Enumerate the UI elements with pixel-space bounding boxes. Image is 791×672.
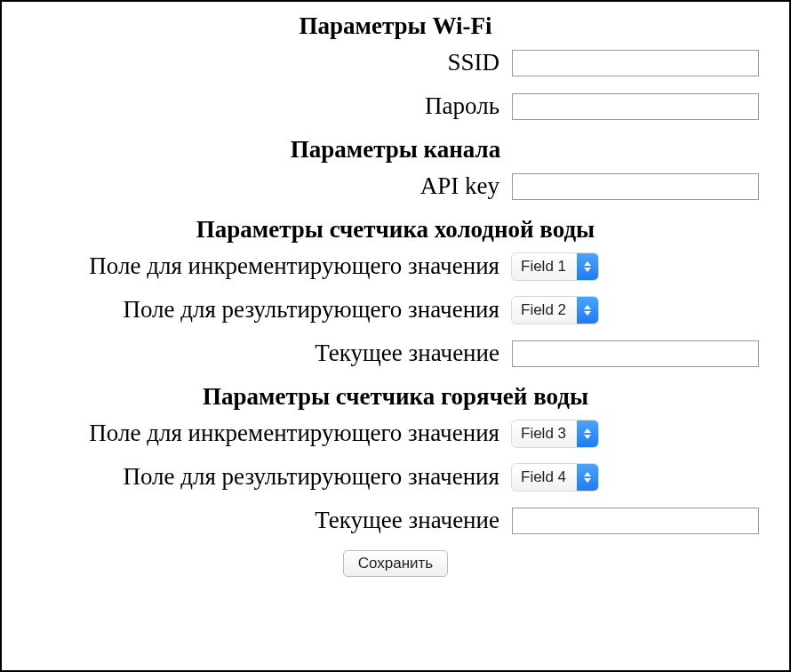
ssid-input[interactable] — [512, 50, 759, 76]
hot-result-select[interactable]: Field 4 — [512, 464, 598, 491]
select-arrows-icon — [577, 420, 598, 447]
cold-current-input[interactable] — [512, 340, 759, 367]
api-key-input[interactable] — [512, 173, 759, 200]
hot-increment-label: Поле для инкрементирующего значения — [18, 420, 512, 447]
hot-increment-row: Поле для инкрементирующего значения Fiel… — [18, 420, 773, 447]
wifi-heading: Параметры Wi-Fi — [18, 12, 773, 40]
password-label: Пароль — [18, 92, 512, 120]
cold-current-label: Текущее значение — [18, 340, 512, 367]
cold-result-row: Поле для результирующего значения Field … — [18, 296, 773, 324]
ssid-row: SSID — [18, 49, 773, 76]
password-row: Пароль — [18, 92, 773, 120]
settings-form: Параметры Wi-Fi SSID Пароль Параметры ка… — [0, 0, 791, 672]
select-arrows-icon — [577, 464, 598, 491]
hot-result-select-value: Field 4 — [512, 464, 577, 491]
channel-heading: Параметры канала — [18, 136, 773, 164]
hot-increment-select[interactable]: Field 3 — [512, 420, 598, 447]
hot-result-row: Поле для результирующего значения Field … — [18, 463, 773, 491]
cold-increment-row: Поле для инкрементирующего значения Fiel… — [18, 252, 773, 280]
api-key-row: API key — [18, 172, 773, 200]
hot-current-input[interactable] — [512, 508, 759, 534]
cold-result-select[interactable]: Field 2 — [512, 297, 598, 324]
cold-current-row: Текущее значение — [18, 340, 773, 367]
save-button[interactable]: Сохранить — [343, 550, 448, 577]
cold-increment-select-value: Field 1 — [512, 253, 577, 280]
hot-current-row: Текущее значение — [18, 507, 773, 534]
select-arrows-icon — [577, 253, 598, 280]
cold-heading: Параметры счетчика холодной воды — [18, 216, 773, 244]
cold-increment-select[interactable]: Field 1 — [512, 253, 598, 280]
hot-increment-select-value: Field 3 — [512, 420, 577, 447]
cold-result-select-value: Field 2 — [512, 297, 577, 324]
password-input[interactable] — [512, 93, 759, 120]
hot-heading: Параметры счетчика горячей воды — [18, 383, 773, 411]
cold-result-label: Поле для результирующего значения — [18, 296, 512, 324]
cold-increment-label: Поле для инкрементирующего значения — [18, 252, 512, 280]
select-arrows-icon — [577, 297, 598, 324]
hot-result-label: Поле для результирующего значения — [18, 463, 512, 491]
ssid-label: SSID — [18, 49, 512, 76]
api-key-label: API key — [18, 172, 512, 200]
hot-current-label: Текущее значение — [18, 507, 512, 534]
